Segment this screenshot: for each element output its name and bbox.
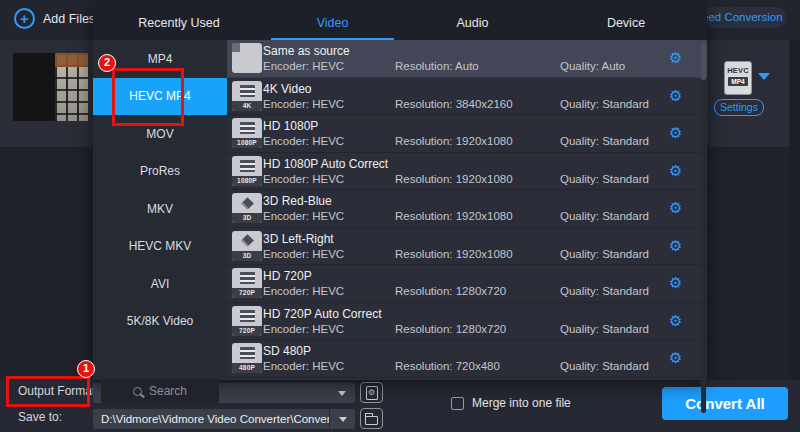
search-label: Search	[149, 384, 187, 398]
merge-checkbox[interactable]	[451, 397, 464, 410]
format-glyph-icon	[232, 306, 262, 326]
open-folder-button[interactable]	[360, 408, 383, 429]
format-row[interactable]: 4K 4K Video Encoder: HEVC Resolution: 38…	[227, 78, 707, 116]
format-title: HD 720P	[263, 269, 312, 283]
format-resolution: Resolution: Auto	[395, 60, 479, 72]
format-title: HD 1080P Auto Correct	[263, 157, 388, 171]
format-quality: Quality: Standard	[560, 173, 649, 185]
merge-label: Merge into one file	[472, 396, 571, 410]
format-quality: Quality: Standard	[560, 248, 649, 260]
search-input[interactable]: Search	[101, 379, 219, 403]
format-tabs: Recently Used Video Audio Device	[93, 5, 707, 40]
format-type-icon: 3D	[232, 193, 262, 223]
tab-device[interactable]: Device	[545, 5, 707, 40]
tab-video[interactable]: Video	[265, 5, 400, 40]
settings-button[interactable]: Settings	[714, 99, 764, 116]
row-settings-gear-icon[interactable]: ⚙	[669, 49, 682, 67]
format-encoder: Encoder: HEVC	[263, 98, 344, 110]
format-title: 3D Red-Blue	[263, 194, 332, 208]
format-encoder: Encoder: HEVC	[263, 285, 344, 297]
format-quality: Quality: Standard	[560, 135, 649, 147]
row-settings-gear-icon[interactable]: ⚙	[669, 87, 682, 105]
annotation-step-2: 2	[98, 54, 116, 72]
format-type-icon: 480P	[232, 343, 262, 373]
format-glyph-icon	[232, 268, 262, 288]
format-encoder: Encoder: HEVC	[263, 360, 344, 372]
save-to-dropdown[interactable]: D:\Vidmore\Vidmore Video Converter\Conve…	[93, 409, 355, 429]
row-settings-gear-icon[interactable]: ⚙	[669, 162, 682, 180]
output-format-caret[interactable]	[329, 383, 355, 403]
save-to-label: Save to:	[18, 410, 62, 424]
format-type-icon: 3D	[232, 231, 262, 261]
format-row[interactable]: 720P HD 720P Auto Correct Encoder: HEVC …	[227, 303, 707, 341]
sidebar-item[interactable]: MKV	[93, 190, 227, 228]
format-icon-badge: 720P	[232, 288, 262, 298]
save-to-value: D:\Vidmore\Vidmore Video Converter\Conve…	[93, 413, 329, 425]
format-title: 3D Left-Right	[263, 232, 334, 246]
convert-all-button[interactable]: Convert All	[662, 387, 788, 420]
format-icon-badge: 4K	[232, 101, 262, 111]
format-encoder: Encoder: HEVC	[263, 60, 344, 72]
format-resolution: Resolution: 1920x1080	[395, 248, 513, 260]
tab-recently-used[interactable]: Recently Used	[93, 5, 265, 40]
folder-icon	[365, 416, 378, 425]
format-quality: Quality: Standard	[560, 323, 649, 335]
row-settings-gear-icon[interactable]: ⚙	[669, 124, 682, 142]
format-row[interactable]: Same as source Encoder: HEVC Resolution:…	[227, 40, 707, 78]
format-resolution: Resolution: 1280x720	[395, 323, 506, 335]
plus-icon: +	[14, 8, 35, 29]
format-row[interactable]: 1080P HD 1080P Auto Correct Encoder: HEV…	[227, 153, 707, 191]
profile-settings-button[interactable]: ⚙	[360, 382, 383, 403]
row-settings-gear-icon[interactable]: ⚙	[669, 199, 682, 217]
format-picker-popup: Recently Used Video Audio Device MP4 HEV…	[93, 5, 707, 380]
format-row[interactable]: 720P HD 720P Encoder: HEVC Resolution: 1…	[227, 265, 707, 303]
row-settings-gear-icon[interactable]: ⚙	[669, 274, 682, 292]
format-row[interactable]: 1080P HD 1080P Encoder: HEVC Resolution:…	[227, 115, 707, 153]
format-type-icon: 4K	[232, 81, 262, 111]
format-quality: Quality: Auto	[560, 60, 625, 72]
scrollbar-track[interactable]	[701, 42, 706, 413]
format-row[interactable]: 3D 3D Red-Blue Encoder: HEVC Resolution:…	[227, 190, 707, 228]
output-format-badge[interactable]: HEVC MP4	[724, 61, 752, 95]
format-row[interactable]: 3D 3D Left-Right Encoder: HEVC Resolutio…	[227, 228, 707, 266]
format-resolution: Resolution: 1920x1080	[395, 135, 513, 147]
chevron-down-icon	[338, 391, 346, 396]
sidebar-item[interactable]: ProRes	[93, 153, 227, 191]
format-title: HD 1080P	[263, 119, 318, 133]
format-glyph-icon	[232, 231, 262, 251]
format-icon-badge: 1080P	[232, 176, 262, 186]
app-window: + Add Files eed Conversion HEVC MP4 Sett…	[0, 0, 800, 432]
format-quality: Quality: Standard	[560, 98, 649, 110]
thumbnail-image	[55, 53, 88, 121]
merge-option[interactable]: Merge into one file	[451, 396, 571, 410]
format-title: SD 480P	[263, 344, 311, 358]
scrollbar-thumb[interactable]	[701, 42, 706, 80]
row-settings-gear-icon[interactable]: ⚙	[669, 312, 682, 330]
sidebar-item[interactable]: AVI	[93, 265, 227, 303]
annotation-box-output-format	[6, 376, 90, 407]
format-title: 4K Video	[263, 82, 312, 96]
format-dropdown-caret-icon[interactable]	[758, 73, 770, 80]
save-to-caret[interactable]	[329, 409, 355, 429]
format-quality: Quality: Standard	[560, 285, 649, 297]
row-settings-gear-icon[interactable]: ⚙	[669, 349, 682, 367]
format-quality: Quality: Standard	[560, 360, 649, 372]
format-quality: Quality: Standard	[560, 210, 649, 222]
search-icon	[133, 387, 142, 396]
video-thumbnail	[13, 53, 88, 121]
format-glyph-icon	[232, 118, 262, 138]
format-badge-codec: HEVC	[727, 66, 749, 75]
format-resolution: Resolution: 1280x720	[395, 285, 506, 297]
sidebar-item[interactable]: HEVC MKV	[93, 228, 227, 266]
format-row[interactable]: 480P SD 480P Encoder: HEVC Resolution: 7…	[227, 340, 707, 378]
sidebar-item[interactable]: 5K/8K Video	[93, 303, 227, 341]
format-encoder: Encoder: HEVC	[263, 135, 344, 147]
format-glyph-icon	[232, 43, 262, 73]
annotation-step-1: 1	[77, 360, 95, 378]
row-settings-gear-icon[interactable]: ⚙	[669, 237, 682, 255]
annotation-box-hevc-mp4	[112, 68, 184, 126]
format-icon-badge: 3D	[232, 251, 262, 261]
add-files-label: Add Files	[43, 12, 95, 26]
tab-audio[interactable]: Audio	[400, 5, 545, 40]
popup-body: MP4 HEVC MP4 MOV ProRes MKV HEVC MKV AVI…	[93, 40, 707, 380]
